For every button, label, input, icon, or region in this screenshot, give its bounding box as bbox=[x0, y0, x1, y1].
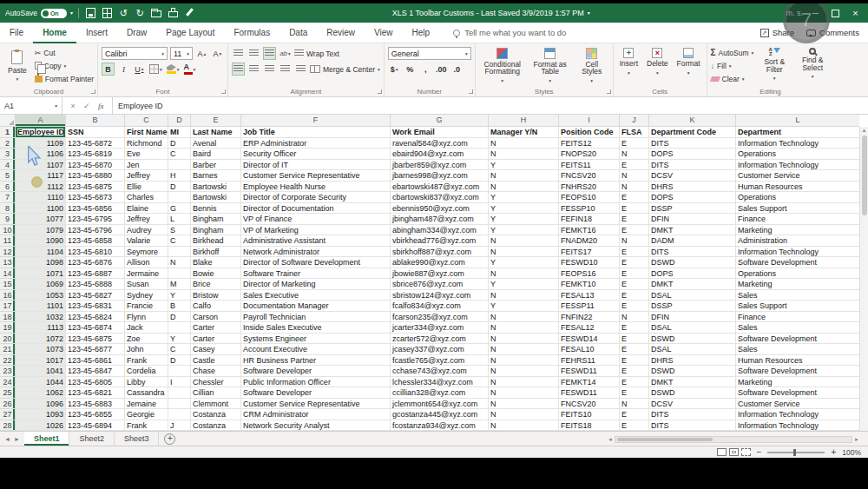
cell-F10[interactable]: VP of Marketing bbox=[241, 225, 391, 236]
cell-H22[interactable]: N bbox=[489, 355, 559, 367]
cell-I9[interactable]: FEFIN18 bbox=[559, 214, 620, 225]
copy-button[interactable]: Copy▾ bbox=[35, 60, 94, 71]
cell-K24[interactable]: DMKT bbox=[649, 377, 736, 388]
cell-K28[interactable]: DITS bbox=[649, 420, 736, 432]
cell-F4[interactable]: Director of IT bbox=[241, 160, 391, 171]
cell-K2[interactable]: DITS bbox=[649, 138, 736, 149]
cell-E8[interactable]: Bennis bbox=[191, 203, 241, 215]
cell-B4[interactable]: 123-45-6870 bbox=[66, 160, 125, 171]
cell-F20[interactable]: Systems Engineer bbox=[241, 334, 391, 345]
row-header-26[interactable]: 26 bbox=[0, 399, 16, 410]
cell-A13[interactable]: 1098 bbox=[16, 257, 66, 268]
cell-F5[interactable]: Customer Service Representative bbox=[241, 170, 391, 182]
cell-A11[interactable]: 1090 bbox=[16, 235, 66, 247]
cell-B17[interactable]: 123-45-6831 bbox=[66, 301, 125, 312]
font-name-select[interactable]: Calibri▾ bbox=[102, 47, 168, 60]
cell-K10[interactable]: DMKT bbox=[649, 225, 736, 236]
cell-F14[interactable]: Software Trainer bbox=[241, 268, 391, 280]
cell-G4[interactable]: jbarber859@xyz.com bbox=[391, 160, 489, 171]
sheet-tab-sheet2[interactable]: Sheet2 bbox=[69, 432, 115, 446]
row-header-13[interactable]: 13 bbox=[0, 257, 16, 268]
cell-K13[interactable]: DSWD bbox=[649, 257, 736, 268]
column-header-B[interactable]: B bbox=[66, 115, 125, 127]
cell-G15[interactable]: sbrice876@xyz.com bbox=[391, 279, 489, 290]
cell-A15[interactable]: 1069 bbox=[16, 279, 66, 290]
autosum-button[interactable]: ΣAutoSum▾ bbox=[711, 47, 754, 58]
cell-A21[interactable]: 1073 bbox=[16, 344, 66, 355]
cell-G10[interactable]: abingham334@xyz.com bbox=[391, 225, 489, 236]
cell-B20[interactable]: 123-45-6875 bbox=[66, 334, 125, 345]
cell-I18[interactable]: FNFIN22 bbox=[559, 312, 620, 323]
cell-E18[interactable]: Carson bbox=[191, 312, 241, 323]
grid-icon[interactable] bbox=[101, 7, 114, 19]
cell-H1[interactable]: Manager Y/N bbox=[489, 127, 559, 138]
cell-J27[interactable]: E bbox=[620, 409, 649, 420]
cell-C28[interactable]: Frank bbox=[125, 420, 168, 432]
cell-K19[interactable]: DSAL bbox=[649, 322, 736, 334]
cell-D26[interactable] bbox=[168, 399, 191, 410]
horizontal-scrollbar-thumb[interactable] bbox=[617, 438, 713, 441]
cell-B5[interactable]: 123-45-6880 bbox=[66, 170, 125, 182]
cell-C2[interactable]: Richmond bbox=[125, 138, 168, 149]
cell-E10[interactable]: Bingham bbox=[191, 225, 241, 236]
row-header-7[interactable]: 7 bbox=[0, 192, 16, 203]
orientation-button[interactable]: ab▾ bbox=[279, 47, 292, 60]
cell-B14[interactable]: 123-45-6887 bbox=[66, 268, 125, 280]
cell-J23[interactable]: E bbox=[620, 366, 649, 377]
cell-F2[interactable]: ERP Administrator bbox=[241, 138, 391, 149]
row-header-16[interactable]: 16 bbox=[0, 290, 16, 301]
cell-J8[interactable]: E bbox=[620, 203, 649, 215]
cell-F24[interactable]: Public Information Officer bbox=[241, 377, 391, 388]
cell-H14[interactable]: N bbox=[489, 268, 559, 280]
find-select-button[interactable]: Find & Select ▾ bbox=[795, 47, 830, 85]
cell-J28[interactable]: E bbox=[620, 420, 649, 432]
cell-L2[interactable]: Information Technology bbox=[736, 138, 859, 149]
column-header-E[interactable]: E bbox=[191, 115, 241, 127]
tab-formulas[interactable]: Formulas bbox=[224, 23, 279, 43]
cell-I27[interactable]: FEITS10 bbox=[559, 409, 620, 420]
cell-L10[interactable]: Marketing bbox=[736, 225, 859, 236]
comma-style-button[interactable]: , bbox=[419, 63, 432, 76]
cell-D13[interactable]: N bbox=[168, 257, 191, 268]
tell-me-search[interactable]: Tell me what you want to do bbox=[453, 28, 566, 37]
cell-H10[interactable]: Y bbox=[489, 225, 559, 236]
undo-icon[interactable] bbox=[117, 7, 130, 19]
cell-B28[interactable]: 123-45-6894 bbox=[66, 420, 125, 432]
cell-J16[interactable]: E bbox=[620, 290, 649, 301]
row-header-19[interactable]: 19 bbox=[0, 322, 16, 334]
cell-A7[interactable]: 1110 bbox=[16, 192, 66, 203]
cell-H27[interactable]: N bbox=[489, 409, 559, 420]
cell-H24[interactable]: N bbox=[489, 377, 559, 388]
cell-K20[interactable]: DSWD bbox=[649, 334, 736, 345]
cell-E24[interactable]: Chessler bbox=[191, 377, 241, 388]
cell-A20[interactable]: 1072 bbox=[16, 334, 66, 345]
cell-F23[interactable]: Software Developer bbox=[241, 366, 391, 377]
accounting-format-button[interactable]: $▾ bbox=[388, 63, 401, 76]
cell-K1[interactable]: Department Code bbox=[649, 127, 736, 138]
row-header-22[interactable]: 22 bbox=[0, 355, 16, 367]
cell-H28[interactable]: N bbox=[489, 420, 559, 432]
column-header-F[interactable]: F bbox=[241, 115, 391, 127]
normal-view-icon[interactable] bbox=[717, 448, 727, 456]
cell-G6[interactable]: ebartowski487@xyz.com bbox=[391, 182, 489, 193]
zoom-slider[interactable] bbox=[767, 452, 825, 453]
tab-insert[interactable]: Insert bbox=[76, 23, 117, 43]
cell-L27[interactable]: Information Technology bbox=[736, 409, 859, 420]
cell-I19[interactable]: FESAL12 bbox=[559, 322, 620, 334]
cell-G2[interactable]: ravenal584@xyz.com bbox=[391, 138, 489, 149]
row-header-2[interactable]: 2 bbox=[0, 138, 16, 149]
cell-K22[interactable]: DHRS bbox=[649, 355, 736, 367]
cell-J1[interactable]: FLSA bbox=[620, 127, 649, 138]
cell-C26[interactable]: Jemaine bbox=[125, 399, 168, 410]
redo-icon[interactable] bbox=[134, 7, 147, 19]
cell-E6[interactable]: Bartowski bbox=[191, 182, 241, 193]
page-layout-view-icon[interactable] bbox=[729, 448, 739, 456]
cell-G5[interactable]: jbarnes998@xyz.com bbox=[391, 170, 489, 182]
cell-J5[interactable]: N bbox=[620, 170, 649, 182]
cell-L26[interactable]: Customer Service bbox=[736, 399, 859, 410]
zoom-out-button[interactable]: − bbox=[757, 448, 762, 457]
cell-K26[interactable]: DCSV bbox=[649, 399, 736, 410]
cell-L5[interactable]: Customer Service bbox=[736, 170, 859, 182]
cell-F22[interactable]: HR Business Partner bbox=[241, 355, 391, 367]
horizontal-scrollbar-track[interactable] bbox=[615, 436, 852, 443]
